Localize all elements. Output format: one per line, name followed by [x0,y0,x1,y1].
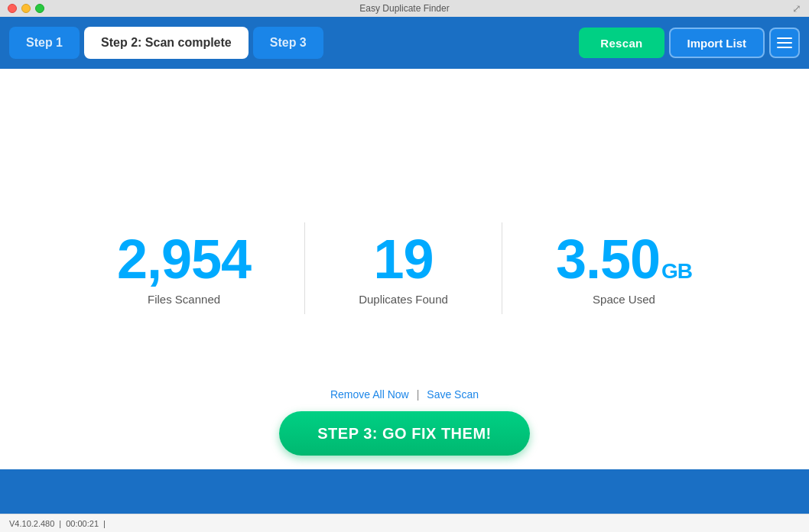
hamburger-line-3 [777,47,792,48]
title-bar: Easy Duplicate Finder ⤢ [0,0,809,17]
duplicates-found-stat: 19 Duplicates Found [305,232,502,306]
maximize-btn[interactable] [35,4,44,13]
duplicates-found-value: 19 [373,232,433,287]
status-separator2: | [103,519,106,528]
content-area: 2,954 Files Scanned 19 Duplicates Found … [0,69,809,514]
time-text: 00:00:21 [66,519,99,528]
window-controls [8,4,44,13]
action-separator: | [417,388,420,401]
files-scanned-value: 2,954 [117,232,251,287]
space-used-value-wrapper: 3.50 GB [556,232,692,287]
cta-wrapper [0,469,809,514]
app-title: Easy Duplicate Finder [359,3,449,14]
save-scan-link[interactable]: Save Scan [427,388,479,401]
go-fix-them-button[interactable]: STEP 3: GO FIX THEM! [279,411,529,456]
duplicates-found-label: Duplicates Found [359,293,448,306]
status-separator: | [59,519,61,528]
status-bar: V4.10.2.480 | 00:00:21 | [0,514,809,532]
menu-button[interactable] [769,28,800,58]
hamburger-line-2 [777,42,792,44]
space-used-value: 3.50 [556,232,660,287]
version-text: V4.10.2.480 [9,519,54,528]
actions-cta-container: Remove All Now | Save Scan STEP 3: GO FI… [0,388,809,469]
step2-tab[interactable]: Step 2: Scan complete [84,27,249,59]
import-list-button[interactable]: Import List [669,28,765,58]
space-used-suffix: GB [661,261,692,282]
bottom-bar [0,469,809,514]
stats-row: 2,954 Files Scanned 19 Duplicates Found … [63,222,746,314]
nav-bar: Step 1 Step 2: Scan complete Step 3 Resc… [0,17,809,69]
minimize-btn[interactable] [21,4,31,13]
resize-icon: ⤢ [792,2,801,15]
space-used-label: Space Used [593,293,655,306]
step1-tab[interactable]: Step 1 [9,27,80,59]
files-scanned-label: Files Scanned [148,293,220,306]
actions-row: Remove All Now | Save Scan [330,388,479,401]
hamburger-line-1 [777,37,792,39]
remove-all-now-link[interactable]: Remove All Now [330,388,409,401]
step3-tab[interactable]: Step 3 [253,27,323,59]
close-btn[interactable] [8,4,17,13]
files-scanned-stat: 2,954 Files Scanned [63,232,304,306]
rescan-button[interactable]: Rescan [579,28,664,58]
space-used-stat: 3.50 GB Space Used [502,232,746,306]
